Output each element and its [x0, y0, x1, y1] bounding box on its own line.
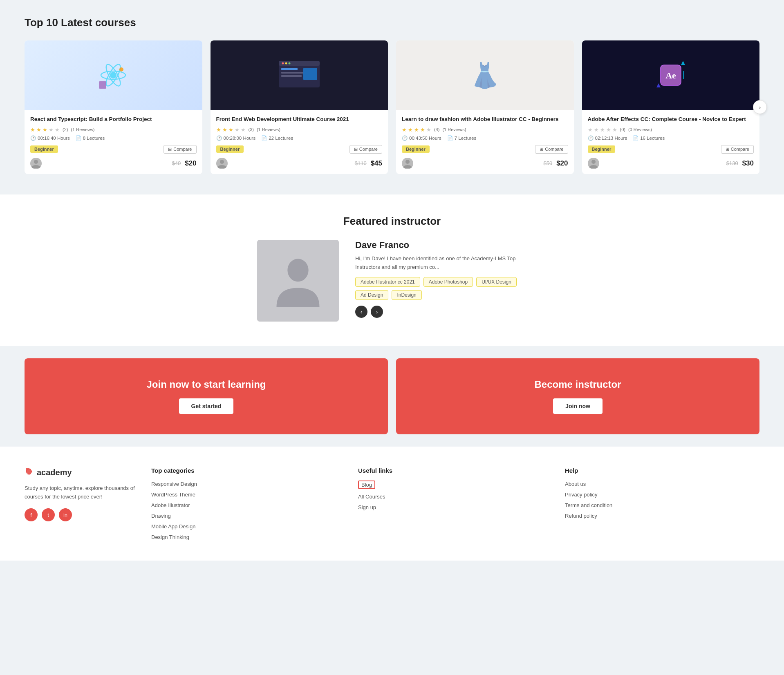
svg-point-4 [119, 67, 123, 72]
footer-link-1-2[interactable]: Sign up [358, 504, 376, 510]
course-rating-count-1: (3) [249, 127, 254, 132]
footer-link-1-1[interactable]: All Courses [358, 494, 385, 500]
footer-link-0-1[interactable]: WordPress Theme [151, 492, 195, 498]
footer-link-2-3[interactable]: Refund policy [565, 513, 597, 519]
star-0: ★ [30, 127, 35, 133]
course-author-avatar-0 [30, 158, 42, 169]
course-meta-0: 🕐 00:16:40 Hours 📄 8 Lectures [30, 135, 197, 141]
course-thumb-1 [211, 40, 388, 110]
cta-left-title: Join now to start learning [146, 379, 266, 390]
footer-link-2-0[interactable]: About us [565, 481, 586, 487]
footer-link-0-3[interactable]: Drawing [151, 513, 171, 519]
compare-icon: ⊞ [540, 147, 543, 152]
course-badge-row-0: Beginner ⊞ Compare [30, 145, 197, 154]
cta-section: Join now to start learning Get started B… [0, 346, 784, 447]
carousel-next-btn[interactable]: › [753, 100, 767, 114]
logo-icon [25, 467, 34, 478]
instructor-tag[interactable]: Adobe Illustrator cc 2021 [355, 277, 420, 287]
footer-link-2-2[interactable]: Terms and condition [565, 502, 612, 508]
course-lectures-2: 📄 7 Lectures [447, 135, 477, 141]
footer-col-heading-1: Useful links [358, 467, 553, 474]
compare-icon: ⊞ [168, 147, 172, 152]
svg-marker-21 [656, 83, 661, 87]
course-stars-2: ★★★★★ (4) (1 Reviews) [402, 127, 568, 133]
footer-link-item: Design Thinking [151, 534, 346, 540]
footer-link-0-5[interactable]: Design Thinking [151, 534, 189, 540]
compare-icon: ⊞ [354, 147, 358, 152]
course-old-price-1: $110 [355, 160, 367, 166]
facebook-icon[interactable]: f [25, 508, 38, 521]
courses-carousel: React and Typescript: Build a Portfolio … [25, 40, 759, 174]
footer-link-item: Sign up [358, 504, 553, 510]
star-3: ★ [49, 127, 54, 133]
instructor-tag[interactable]: UI/UX Design [476, 277, 517, 287]
instructor-carousel-controls: ‹ › [355, 306, 527, 318]
course-new-price-0: $20 [185, 159, 196, 168]
cta-get-started-btn[interactable]: Get started [179, 398, 234, 414]
svg-point-17 [405, 160, 410, 164]
course-compare-btn-2[interactable]: ⊞ Compare [535, 145, 568, 154]
instructor-tag[interactable]: Adobe Photoshop [423, 277, 473, 287]
svg-point-6 [34, 160, 38, 164]
svg-point-23 [591, 160, 596, 164]
course-compare-btn-3[interactable]: ⊞ Compare [721, 145, 754, 154]
footer-logo: academy [25, 467, 139, 478]
course-hours-3: 🕐 02:12:13 Hours [588, 135, 627, 141]
footer-link-item: Terms and condition [565, 502, 759, 508]
footer-link-0-2[interactable]: Adobe Illustrator [151, 502, 190, 508]
instructor-tag[interactable]: InDesign [392, 290, 421, 300]
star-2: ★ [43, 127, 47, 133]
star-0: ★ [402, 127, 407, 133]
instructor-name: Dave Franco [355, 240, 527, 250]
svg-rect-14 [281, 75, 302, 77]
svg-text:Ae: Ae [665, 70, 676, 80]
course-compare-btn-0[interactable]: ⊞ Compare [164, 145, 196, 154]
course-compare-btn-1[interactable]: ⊞ Compare [349, 145, 382, 154]
cta-join-now-btn[interactable]: Join now [553, 398, 603, 414]
course-badge-row-1: Beginner ⊞ Compare [216, 145, 383, 154]
instructor-card: Dave Franco Hi, I'm Dave! I have been id… [257, 240, 527, 322]
course-title-0: React and Typescript: Build a Portfolio … [30, 116, 197, 123]
book-icon: 📄 [633, 135, 638, 141]
course-reviews-1: (1 Reviews) [257, 127, 280, 132]
course-price-row-0: $40 $20 [30, 158, 197, 169]
instructor-tag[interactable]: Ad Design [355, 290, 388, 300]
footer-link-item: Refund policy [565, 512, 759, 519]
course-badge-row-3: Beginner ⊞ Compare [588, 145, 754, 154]
linkedin-icon[interactable]: in [59, 508, 72, 521]
star-4: ★ [241, 127, 246, 133]
twitter-icon[interactable]: t [42, 508, 55, 521]
course-card-3: Ae Adobe After Effects CC: Complete Cour… [582, 40, 760, 174]
course-meta-3: 🕐 02:12:13 Hours 📄 16 Lectures [588, 135, 754, 141]
footer-link-1-0[interactable]: Blog [358, 481, 375, 489]
book-icon: 📄 [76, 135, 81, 141]
book-icon: 📄 [447, 135, 453, 141]
instructor-bio: Hi, I'm Dave! I have been identified as … [355, 255, 527, 272]
svg-point-24 [287, 259, 308, 282]
footer-link-item: All Courses [358, 493, 553, 500]
footer-col-help: Help About us Privacy policy Terms and c… [565, 467, 759, 544]
course-badge-3: Beginner [588, 145, 616, 153]
course-author-avatar-2 [402, 158, 413, 169]
instructor-info: Dave Franco Hi, I'm Dave! I have been id… [355, 240, 527, 318]
instructor-section: Featured instructor Dave Franco Hi, I'm … [0, 194, 784, 346]
star-1: ★ [222, 127, 227, 133]
footer-link-0-0[interactable]: Responsive Design [151, 481, 197, 487]
logo-text: academy [37, 468, 72, 477]
footer-link-item: Privacy policy [565, 491, 759, 498]
course-stars-3: ★★★★★ (0) (0 Reviews) [588, 127, 754, 133]
svg-rect-15 [303, 68, 317, 80]
course-badge-1: Beginner [216, 145, 244, 153]
footer-col-list-1: Blog All Courses Sign up [358, 481, 553, 510]
course-rating-count-3: (0) [620, 127, 625, 132]
course-price-row-2: $50 $20 [402, 158, 568, 169]
footer-link-item: Drawing [151, 512, 346, 519]
footer-link-2-1[interactable]: Privacy policy [565, 492, 597, 498]
instructor-prev-btn[interactable]: ‹ [355, 306, 367, 318]
clock-icon: 🕐 [216, 135, 222, 141]
star-2: ★ [414, 127, 419, 133]
course-new-price-3: $30 [742, 159, 754, 168]
footer-link-0-4[interactable]: Mobile App Design [151, 523, 195, 530]
instructor-next-btn[interactable]: › [371, 306, 383, 318]
cta-right-title: Become instructor [534, 379, 621, 390]
